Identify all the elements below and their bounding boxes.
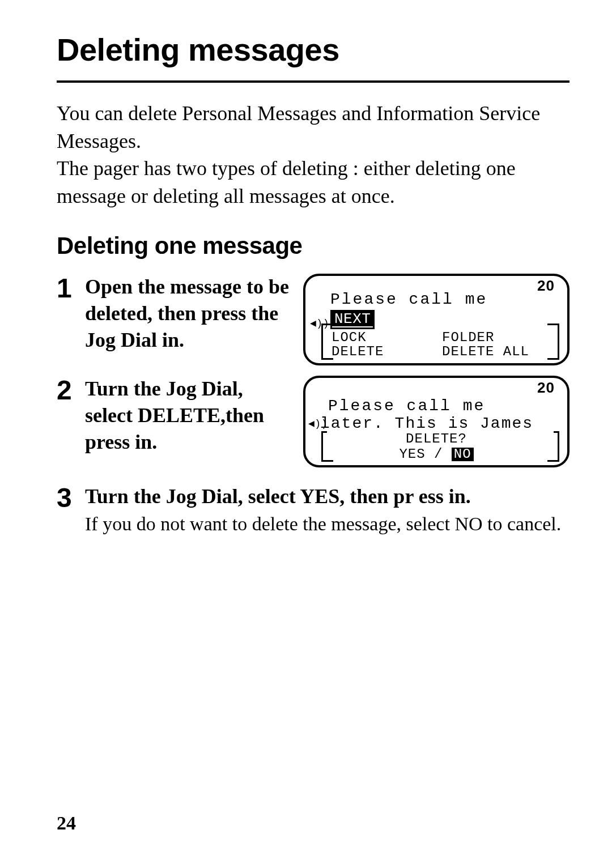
step-number: 1: [57, 275, 85, 302]
step-1: 1 Open the message to be deleted, then p…: [57, 274, 300, 353]
message-count: 20: [537, 380, 555, 395]
step-text: Open the message to be deleted, then pre…: [85, 274, 289, 353]
title-rule: [57, 80, 570, 83]
speaker-icon: ◀)): [308, 419, 328, 429]
intro-text: You can delete Personal Messages and Inf…: [57, 100, 570, 210]
message-count: 20: [537, 278, 555, 293]
option-sep: /: [426, 446, 452, 462]
step-3: 3 Turn the Jog Dial, select YES, then pr…: [57, 483, 570, 537]
menu-folder: FOLDER: [442, 330, 550, 344]
menu-next-selected: NEXT: [330, 310, 375, 329]
message-text: Please call me: [330, 291, 487, 308]
page-title: Deleting messages: [57, 31, 575, 74]
page-number: 24: [57, 812, 76, 834]
option-yes: YES: [399, 446, 425, 462]
manual-page: Deleting messages You can delete Persona…: [0, 0, 612, 868]
step-number: 2: [57, 377, 85, 404]
menu-delete: DELETE: [332, 344, 440, 359]
message-line-2: later. This is James: [320, 415, 533, 432]
pager-screen: 20 Please call me later. This is James ◀…: [303, 376, 570, 467]
confirm-options: YES / NO: [305, 447, 567, 461]
section-heading: Deleting one message: [57, 232, 575, 259]
menu-lock: LOCK: [332, 330, 440, 344]
message-line-1: Please call me: [328, 398, 485, 414]
lcd-illustration-2: 20 Please call me later. This is James ◀…: [303, 376, 570, 478]
step-subtext: If you do not want to delete the message…: [85, 511, 570, 537]
steps-list: 1 Open the message to be deleted, then p…: [57, 274, 570, 537]
step-number: 3: [57, 484, 85, 512]
step-2: 2 Turn the Jog Dial, select DELETE,then …: [57, 376, 300, 455]
pager-screen: 20 Please call me ◀)) NEXT LOCK FOLDER D…: [303, 274, 570, 365]
confirm-question: DELETE?: [305, 432, 567, 446]
step-text: Turn the Jog Dial, select DELETE,then pr…: [85, 376, 289, 455]
option-no-selected: NO: [452, 448, 474, 461]
step-row-1: 1 Open the message to be deleted, then p…: [57, 274, 570, 376]
step-row-2: 2 Turn the Jog Dial, select DELETE,then …: [57, 376, 570, 478]
step-text: Turn the Jog Dial, select YES, then pr e…: [85, 483, 570, 510]
lcd-illustration-1: 20 Please call me ◀)) NEXT LOCK FOLDER D…: [303, 274, 570, 376]
menu-grid: LOCK FOLDER DELETE DELETE ALL: [332, 330, 550, 359]
menu-delete-all: DELETE ALL: [442, 344, 550, 359]
